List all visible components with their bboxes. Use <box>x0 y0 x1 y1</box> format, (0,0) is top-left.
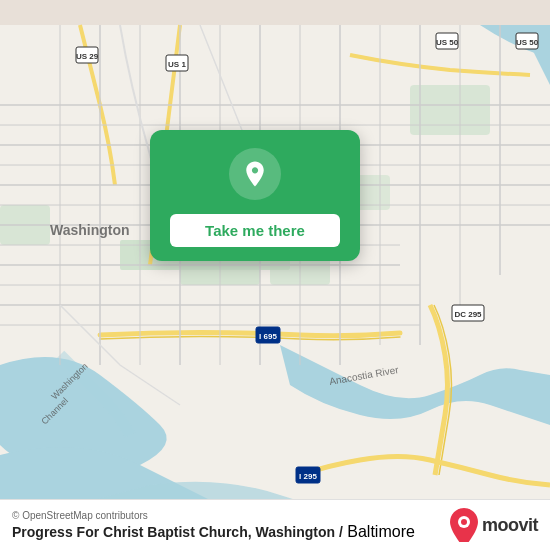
place-name-container: Progress For Christ Baptist Church, Wash… <box>12 523 415 541</box>
map-container: US 1 US 29 US 50 US 50 I 695 DC 295 I 29… <box>0 0 550 550</box>
pin-icon-wrapper <box>229 148 281 200</box>
moovit-logo: moovit <box>450 508 538 542</box>
location-card: Take me there <box>150 130 360 261</box>
svg-point-52 <box>461 519 467 525</box>
svg-text:Washington: Washington <box>50 222 130 238</box>
moovit-pin-logo <box>450 508 478 542</box>
bottom-bar: © OpenStreetMap contributors Progress Fo… <box>0 499 550 550</box>
svg-text:DC 295: DC 295 <box>454 310 482 319</box>
svg-text:US 29: US 29 <box>76 52 99 61</box>
svg-text:I 695: I 695 <box>259 332 277 341</box>
svg-rect-5 <box>410 85 490 135</box>
place-subtitle: Baltimore <box>347 523 415 540</box>
take-me-there-button[interactable]: Take me there <box>170 214 340 247</box>
map-attribution: © OpenStreetMap contributors <box>12 510 415 521</box>
map-background: US 1 US 29 US 50 US 50 I 695 DC 295 I 29… <box>0 0 550 550</box>
map-pin-icon <box>240 159 270 189</box>
svg-text:US 50: US 50 <box>436 38 459 47</box>
svg-text:US 50: US 50 <box>516 38 539 47</box>
moovit-text: moovit <box>482 515 538 536</box>
place-name: Progress For Christ Baptist Church, Wash… <box>12 524 343 540</box>
bottom-info: © OpenStreetMap contributors Progress Fo… <box>12 510 415 541</box>
svg-text:I 295: I 295 <box>299 472 317 481</box>
svg-text:US 1: US 1 <box>168 60 186 69</box>
